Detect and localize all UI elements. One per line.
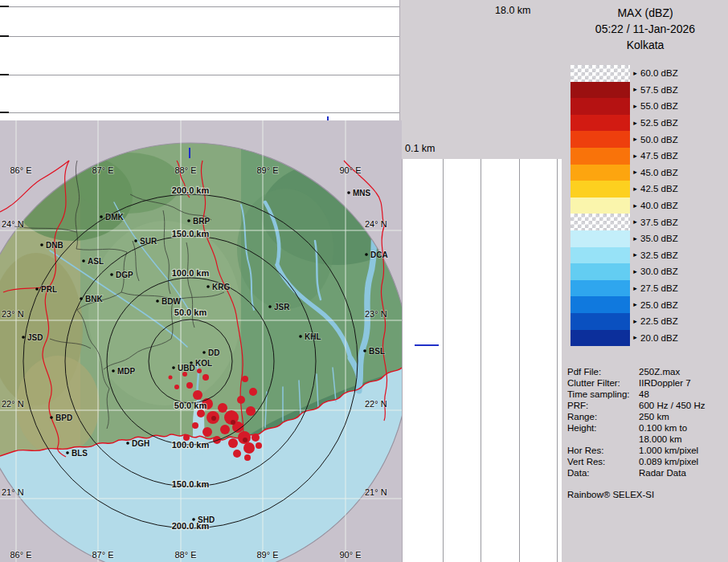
legend-tick-icon: ▸	[630, 153, 640, 160]
info-label: PRF:	[567, 400, 639, 411]
legend-color-swatch	[571, 280, 630, 297]
station-dot	[110, 273, 113, 276]
legend-value-label: 37.5 dBZ	[640, 218, 678, 227]
legend-entry: ▸35.0 dBZ	[571, 230, 725, 247]
min-height-label: 0.1 km	[405, 143, 436, 154]
info-value: 250 km	[639, 411, 726, 422]
info-label: Data:	[567, 467, 639, 479]
legend-tick-icon: ▸	[630, 218, 640, 226]
legend-entry: ▸45.0 dBZ	[571, 165, 725, 181]
station-dot	[66, 451, 69, 454]
latitude-label-left: 21° N	[2, 487, 24, 497]
station-label: BLS	[72, 449, 88, 458]
station-dot	[126, 442, 129, 445]
legend-tick-icon: ▸	[630, 318, 640, 325]
station-label: BDW	[162, 297, 181, 306]
station-label: KHL	[305, 332, 321, 341]
echo-marker-side-panel	[415, 344, 439, 346]
legend-tick-icon: ▸	[630, 86, 640, 93]
info-value: 18.000 km	[639, 434, 726, 445]
legend-value-label: 60.0 dBZ	[640, 68, 678, 78]
station-label: ASL	[88, 257, 104, 266]
legend-entry: ▸40.0 dBZ	[571, 198, 725, 214]
station-dot	[365, 253, 368, 256]
legend-value-label: 47.5 dBZ	[640, 151, 678, 161]
legend-color-swatch	[571, 247, 630, 264]
info-value: 250Z.max	[639, 366, 726, 377]
max-height-label: 18.0 km	[495, 5, 530, 16]
legend-value-label: 40.0 dBZ	[640, 201, 678, 210]
top-projection-panel	[0, 0, 400, 121]
legend-panel: MAX (dBZ) 05:22 / 11-Jan-2026 Kolkata ▸6…	[562, 0, 728, 562]
legend-color-swatch	[571, 198, 630, 214]
latitude-label-left: 24° N	[2, 219, 24, 229]
height-tick	[0, 35, 9, 37]
station-dot	[187, 219, 190, 222]
legend-value-label: 57.5 dBZ	[640, 85, 678, 95]
info-value: 600 Hz / 450 Hz	[639, 400, 726, 411]
legend-color-swatch	[571, 263, 630, 280]
station-dot	[100, 215, 103, 218]
station-dot	[192, 518, 195, 521]
station-label: SUR	[140, 237, 157, 246]
legend-value-label: 32.5 dBZ	[640, 250, 678, 260]
height-gridline	[481, 159, 481, 562]
station-label: MNS	[353, 189, 371, 198]
legend-entry: ▸25.0 dBZ	[571, 296, 725, 313]
station-label: PRL	[41, 285, 57, 294]
station-dot	[363, 349, 366, 352]
legend-color-swatch	[571, 98, 630, 115]
station-dot	[22, 336, 25, 339]
longitude-label-top: 90° E	[339, 165, 361, 175]
station-label: JSR	[274, 303, 290, 312]
station-dot	[156, 299, 159, 303]
station-label: DGH	[132, 439, 149, 448]
radar-map[interactable]: 200.0 km150.0 km100.0 km50.0 km50.0 km10…	[0, 120, 402, 562]
legend-entry: ▸52.5 dBZ	[571, 115, 725, 132]
legend-color-swatch	[571, 165, 630, 181]
legend-value-label: 50.0 dBZ	[640, 135, 678, 145]
legend-color-swatch	[571, 82, 630, 99]
range-ring-label: 100.0 km	[172, 268, 210, 278]
station-label: KRG	[212, 283, 230, 291]
info-label: Range:	[567, 411, 639, 422]
legend-tick-icon: ▸	[630, 103, 640, 110]
range-ring-label: 50.0 km	[174, 307, 207, 317]
legend-tick-icon: ▸	[630, 268, 640, 275]
latitude-label-right: 21° N	[365, 487, 387, 497]
legend-color-swatch	[571, 131, 630, 148]
legend-entry: ▸47.5 dBZ	[571, 148, 725, 165]
legend-color-swatch	[571, 313, 630, 330]
longitude-label-top: 89° E	[256, 165, 278, 175]
height-tick	[0, 6, 9, 7]
legend-entry: ▸27.5 dBZ	[571, 280, 725, 297]
station-label: DGP	[116, 271, 133, 279]
station-dot	[112, 369, 115, 373]
station-label: BPD	[55, 413, 72, 422]
legend-value-label: 35.0 dBZ	[640, 234, 678, 243]
legend-tick-icon: ▸	[630, 334, 640, 341]
legend-entry: ▸22.5 dBZ	[571, 313, 725, 330]
latitude-label-right: 24° N	[365, 219, 387, 229]
longitude-label-bottom: 87° E	[92, 550, 113, 560]
info-value: 0.100 km to	[639, 422, 726, 434]
station-dot	[134, 239, 137, 242]
legend-entry: ▸50.0 dBZ	[571, 131, 725, 148]
longitude-label-bottom: 90° E	[339, 550, 361, 560]
station-dot	[299, 335, 302, 338]
radar-map-area[interactable]: 200.0 km150.0 km100.0 km50.0 km50.0 km10…	[0, 120, 402, 562]
legend-entry: ▸42.5 dBZ	[571, 181, 725, 198]
station-dot	[347, 191, 350, 194]
info-label: Pdf File:	[567, 366, 639, 377]
legend-tick-icon: ▸	[630, 120, 640, 127]
station-label: KOL	[195, 359, 212, 368]
legend-entry: ▸20.0 dBZ	[571, 330, 725, 347]
station-dot	[80, 297, 83, 300]
legend-color-swatch	[571, 115, 630, 132]
legend-tick-icon: ▸	[630, 285, 640, 292]
range-ring-label: 150.0 km	[172, 229, 210, 238]
height-gridline	[0, 75, 399, 75]
legend-tick-icon: ▸	[630, 70, 640, 77]
range-ring-label: 100.0 km	[172, 440, 210, 450]
station-label: DMK	[105, 213, 125, 222]
